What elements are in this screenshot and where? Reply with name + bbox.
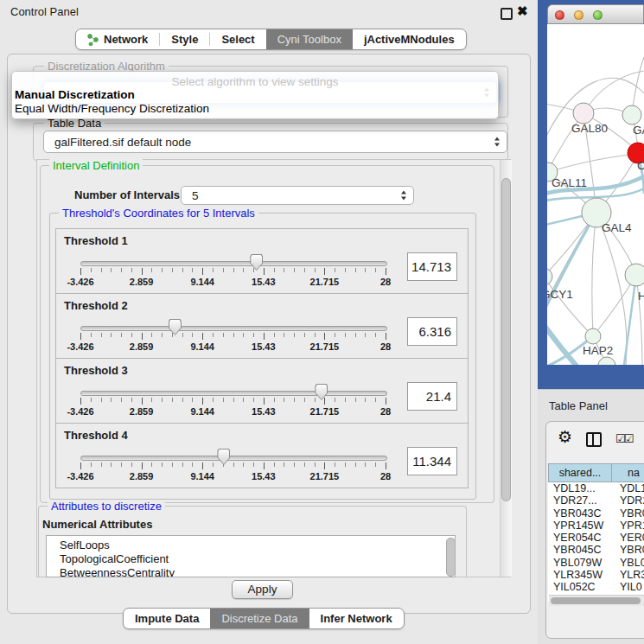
slider-track[interactable]	[80, 456, 387, 461]
slider-tick	[264, 333, 265, 340]
network-node-gcy1[interactable]	[547, 268, 552, 285]
column-header-name[interactable]: na	[611, 463, 644, 482]
table-row[interactable]: YPR145WYPR1	[548, 520, 644, 532]
slider-tick	[284, 398, 284, 402]
slider-tick	[294, 333, 295, 337]
vertical-scrollbar-thumb[interactable]	[501, 178, 511, 501]
table-row[interactable]: YDL19...YDL1	[548, 482, 644, 494]
slider-tick	[375, 462, 376, 467]
tab-style[interactable]: Style	[160, 29, 209, 49]
tab-discretize-data[interactable]: Discretize Data	[210, 609, 309, 628]
table-horizontal-scrollbar[interactable]	[549, 595, 644, 606]
network-edge[interactable]	[547, 277, 593, 336]
slider-thumb-face	[218, 450, 229, 464]
select-columns-icon[interactable]: ☑☑	[615, 432, 632, 445]
table-row[interactable]: YLR345WYLR3	[548, 569, 644, 581]
control-panel-tabs: Network Style Select Cyni Toolbox jActiv…	[75, 29, 467, 50]
slider-tick	[202, 398, 203, 405]
slider-tick	[274, 333, 275, 337]
slider-tick	[274, 462, 275, 467]
tab-cyni-toolbox[interactable]: Cyni Toolbox	[266, 29, 353, 49]
threshold-value-field[interactable]: 14.713	[407, 252, 457, 281]
table-row[interactable]: YER054CYER0	[548, 532, 644, 544]
column-header-shared[interactable]: shared...	[548, 463, 612, 482]
slider-track[interactable]	[80, 391, 387, 396]
network-node-gal80[interactable]	[573, 103, 594, 124]
slider-tick	[324, 268, 325, 275]
attribute-list-item[interactable]: BetweennessCentrality	[47, 566, 455, 577]
cell-name: YDR2	[612, 494, 644, 507]
number-of-intervals-value: 5	[192, 189, 199, 202]
float-panel-icon[interactable]	[501, 8, 513, 20]
algorithm-option-manual[interactable]: Manual Discretization	[15, 88, 135, 101]
table-row[interactable]: YDR27...YDR2	[548, 494, 644, 507]
number-of-intervals-combobox[interactable]: 5	[181, 186, 414, 205]
threshold-value-field[interactable]: 21.4	[407, 382, 457, 411]
slider-tick	[324, 333, 325, 340]
slider-track[interactable]	[80, 326, 387, 331]
network-edge[interactable]	[548, 154, 637, 172]
slider-track[interactable]	[80, 261, 387, 266]
network-node-hap2[interactable]	[585, 328, 601, 344]
slider-tick	[304, 398, 305, 402]
gear-icon[interactable]: ⚙	[558, 429, 572, 445]
algorithm-option-equal-width[interactable]: Equal Width/Frequency Discretization	[15, 102, 209, 115]
column-layout-icon[interactable]	[586, 432, 602, 447]
slider-thumb[interactable]	[250, 254, 263, 271]
zoom-window-icon[interactable]	[593, 10, 603, 20]
slider-tick	[294, 268, 295, 272]
network-window-titlebar[interactable]	[547, 4, 644, 24]
table-row[interactable]: YIL052CYIL0	[548, 581, 644, 593]
table-row[interactable]: YBR045CYBR0	[548, 544, 644, 556]
table-row[interactable]: YBR043CYBR0	[548, 507, 644, 520]
close-window-icon[interactable]	[555, 10, 564, 20]
slider-tick	[151, 462, 152, 467]
thresholds-container: Threshold 1-3.4262.8599.14415.4321.71528…	[55, 229, 470, 488]
numerical-attributes-list[interactable]: SelfLoopsTopologicalCoefficientBetweenne…	[46, 535, 456, 577]
slider-tick	[274, 268, 275, 272]
close-panel-icon[interactable]: ✖	[517, 3, 528, 19]
slider-tick	[355, 462, 356, 467]
cell-shared-name: YER054C	[548, 532, 612, 544]
minimize-window-icon[interactable]	[574, 10, 583, 20]
slider-tick	[315, 333, 316, 337]
slider-tick	[345, 333, 346, 337]
slider-thumb[interactable]	[315, 384, 328, 400]
network-edge-highlighted[interactable]	[624, 275, 636, 365]
network-edge[interactable]	[596, 213, 627, 365]
tab-network[interactable]: Network	[76, 29, 159, 49]
network-node[interactable]	[598, 357, 615, 365]
threshold-value-field[interactable]: 11.344	[407, 447, 457, 475]
table-horizontal-scrollbar-thumb[interactable]	[551, 597, 641, 604]
slider-thumb[interactable]	[169, 319, 182, 335]
cyni-mode-tabs: Impute Data Discretize Data Infer Networ…	[123, 608, 405, 629]
cell-shared-name: YBR045C	[548, 544, 612, 556]
tab-impute-data[interactable]: Impute Data	[124, 609, 210, 628]
table-row[interactable]: YBL079WYBL0	[548, 557, 644, 569]
slider-tick	[91, 333, 92, 337]
tab-jactivemnodules[interactable]: jActiveMNodules	[353, 29, 466, 49]
threshold-value-field[interactable]: 6.316	[407, 317, 457, 346]
network-edge[interactable]	[636, 275, 642, 365]
network-node-ga[interactable]	[622, 105, 641, 124]
list-scrollbar-thumb[interactable]	[446, 538, 456, 577]
network-node-h[interactable]	[625, 264, 644, 286]
threshold-label: Threshold 2	[64, 299, 128, 312]
network-edge[interactable]	[592, 213, 596, 336]
slider-tick	[386, 462, 386, 469]
tab-infer-network[interactable]: Infer Network	[309, 609, 404, 628]
attributes-group-title: Attributes to discretize	[48, 500, 165, 513]
slider-tick	[213, 333, 214, 337]
tab-cyni-toolbox-label: Cyni Toolbox	[277, 33, 341, 46]
attribute-list-item[interactable]: SelfLoops	[47, 536, 455, 552]
table-data-combobox[interactable]: galFiltered.sif default node	[43, 131, 507, 153]
tab-select[interactable]: Select	[210, 29, 265, 49]
slider-thumb[interactable]	[217, 449, 230, 465]
network-view-canvas[interactable]: GAL80GACGAL11GAL4GCY1HHAP2	[547, 24, 644, 365]
cell-name: YIL0	[612, 581, 644, 593]
slider-tick	[375, 268, 376, 272]
attribute-list-item[interactable]: TopologicalCoefficient	[47, 552, 455, 566]
apply-button[interactable]: Apply	[232, 580, 293, 599]
algorithm-hint-item[interactable]: Select algorithm to view settings	[12, 75, 498, 88]
table-panel: ⚙ ☑☑ shared... na YDL19...YDL1YDR27...YD…	[545, 421, 644, 639]
